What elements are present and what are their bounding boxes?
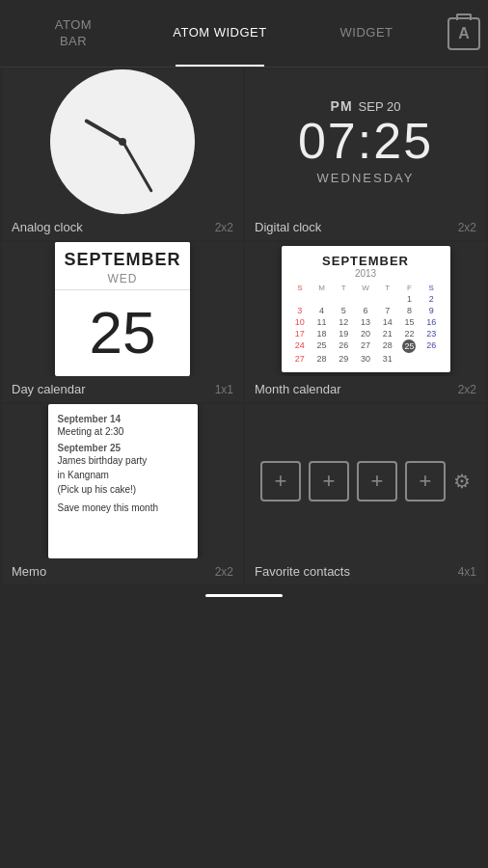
cal-day: [333, 293, 355, 305]
cal-day: 26: [420, 339, 443, 353]
widget-grid: Analog clock 2x2 PM SEP 20 07:25 WEDNESD…: [0, 68, 488, 586]
day-calendar-size: 1x1: [215, 383, 233, 396]
cal-day: 27: [289, 353, 312, 365]
cal-day: 4: [311, 305, 333, 316]
day-header-w: W: [355, 283, 377, 293]
tab-widget[interactable]: WIDGET: [293, 0, 440, 67]
memo-card: September 14 Meeting at 2:30 September 2…: [48, 404, 198, 558]
scroll-bar: [205, 594, 283, 597]
day-header-t2: T: [376, 283, 398, 293]
day-header-t1: T: [333, 283, 355, 293]
cal-day: [376, 293, 398, 305]
minute-hand: [122, 141, 153, 192]
digital-colon: :: [358, 113, 373, 169]
digital-hour: 07: [298, 113, 358, 169]
cal-day: [311, 293, 333, 305]
cal-day: 13: [355, 316, 377, 328]
digital-minute: 25: [373, 113, 433, 169]
cal-day: 23: [420, 328, 443, 339]
cal-day: [289, 293, 312, 305]
day-cal-month: SEPTEMBER: [55, 242, 190, 272]
fav-contacts-size: 4x1: [458, 565, 476, 579]
cal-day: 28: [311, 353, 333, 365]
cal-day: 5: [333, 305, 355, 316]
cal-day: 18: [311, 328, 333, 339]
tab-atom-widget-label: ATOM WIDGET: [173, 25, 266, 41]
widget-digital-clock[interactable]: PM SEP 20 07:25 WEDNESDAY Digital clock …: [245, 69, 486, 240]
widget-memo[interactable]: September 14 Meeting at 2:30 September 2…: [2, 404, 243, 584]
cal-day: 12: [333, 316, 355, 328]
cal-day: 29: [333, 353, 355, 365]
widget-day-calendar[interactable]: SEPTEMBER WED 25 Day calendar 1x1: [2, 242, 243, 402]
day-header-f: F: [398, 283, 420, 293]
tab-atom-bar[interactable]: ATOMBAR: [0, 0, 147, 67]
day-header-s1: S: [289, 283, 312, 293]
analog-clock-preview: [2, 69, 243, 214]
digital-clock-footer: Digital clock 2x2: [245, 214, 486, 240]
month-calendar-preview: SEPTEMBER 2013 S M T W T F S: [245, 242, 486, 376]
cal-day: 25: [311, 339, 333, 353]
fav-contact-slot-1[interactable]: +: [260, 461, 301, 502]
fav-contacts-label: Favorite contacts: [255, 564, 350, 579]
tab-bar: ATOMBAR ATOM WIDGET WIDGET A: [0, 0, 488, 68]
cal-day: 11: [311, 316, 333, 328]
cal-day: 27: [355, 339, 377, 353]
cal-day: 7: [376, 305, 398, 316]
day-header-s2: S: [420, 283, 443, 293]
fav-contacts-gear-icon[interactable]: ⚙: [453, 470, 471, 493]
scroll-indicator: [0, 586, 488, 601]
widget-month-calendar[interactable]: SEPTEMBER 2013 S M T W T F S: [245, 242, 486, 402]
day-cal-weekday: WED: [55, 272, 190, 289]
cal-day: 26: [333, 339, 355, 353]
cal-day: 30: [355, 353, 377, 365]
fav-contact-slot-2[interactable]: +: [309, 461, 349, 502]
cal-day: 22: [398, 328, 420, 339]
analog-clock-footer: Analog clock 2x2: [2, 214, 243, 240]
month-cal-grid: S M T W T F S 1 2 3 4: [289, 283, 443, 365]
month-cal-year: 2013: [289, 268, 443, 279]
cal-day: [420, 353, 443, 365]
digital-weekday: WEDNESDAY: [298, 171, 433, 185]
cal-day: 2: [420, 293, 443, 305]
cal-day: 21: [376, 328, 398, 339]
digital-clock-size: 2x2: [458, 221, 476, 234]
tab-widget-label: WIDGET: [340, 25, 393, 41]
analog-clock-size: 2x2: [215, 221, 233, 234]
analog-clock-label: Analog clock: [12, 220, 83, 234]
clock-center-dot: [119, 138, 126, 146]
digital-date: SEP 20: [359, 99, 401, 114]
cal-day: 8: [398, 305, 420, 316]
memo-preview: September 14 Meeting at 2:30 September 2…: [2, 404, 243, 558]
widget-favorite-contacts[interactable]: + + + + ⚙ Favorite contacts 4x1: [245, 404, 486, 584]
cal-day: 9: [420, 305, 443, 316]
memo-text-2: James birthday partyin Kangnam(Pick up h…: [58, 453, 188, 497]
fav-contact-slot-4[interactable]: +: [405, 461, 446, 502]
memo-text-3: Save money this month: [58, 501, 188, 515]
cal-day: 10: [289, 316, 312, 328]
widget-analog-clock[interactable]: Analog clock 2x2: [2, 69, 243, 240]
digital-time: 07:25: [298, 114, 433, 169]
cal-day: 6: [355, 305, 377, 316]
cal-day today: 25: [402, 339, 416, 353]
digital-ampm: PM: [331, 98, 353, 114]
tab-icon-area[interactable]: A: [440, 0, 488, 68]
tab-atom-bar-label: ATOMBAR: [55, 17, 92, 50]
month-calendar-size: 2x2: [458, 383, 476, 396]
digital-clock-preview: PM SEP 20 07:25 WEDNESDAY: [245, 69, 486, 214]
day-calendar-card: SEPTEMBER WED 25: [55, 242, 190, 376]
fav-contact-slot-3[interactable]: +: [357, 461, 397, 502]
day-calendar-label: Day calendar: [12, 382, 86, 396]
cal-day: 31: [376, 353, 398, 365]
digital-clock-label: Digital clock: [255, 220, 321, 234]
month-cal-title: SEPTEMBER: [289, 254, 443, 268]
tab-atom-widget[interactable]: ATOM WIDGET: [147, 0, 293, 67]
cal-day: 24: [289, 339, 312, 353]
day-calendar-footer: Day calendar 1x1: [2, 376, 243, 402]
cal-day: 20: [355, 328, 377, 339]
month-calendar-card: SEPTEMBER 2013 S M T W T F S: [282, 246, 450, 372]
memo-label: Memo: [12, 564, 46, 579]
memo-date-1: September 14: [58, 414, 188, 424]
cal-day: [398, 353, 420, 365]
cal-day: 19: [333, 328, 355, 339]
cal-day: 1: [398, 293, 420, 305]
